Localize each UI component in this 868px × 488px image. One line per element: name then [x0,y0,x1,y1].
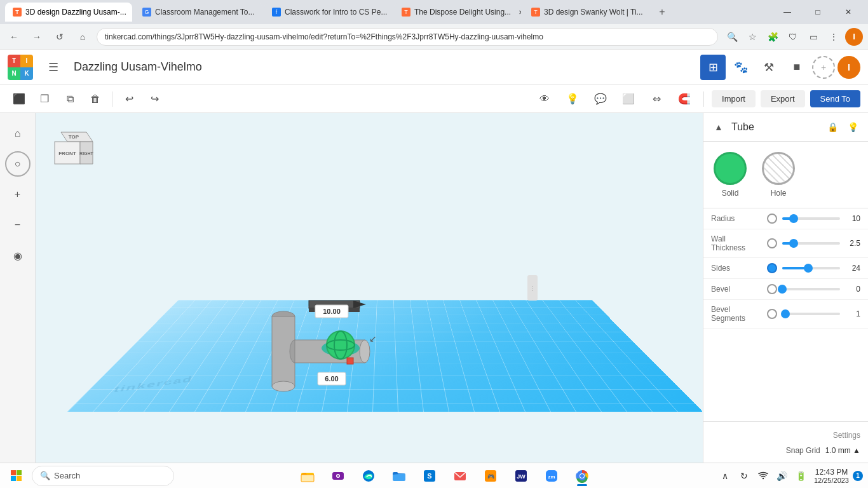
add-collaborator-button[interactable]: + [812,56,835,79]
bookmark-icon[interactable]: ☆ [743,28,761,46]
taskbar-folder[interactable] [385,464,413,487]
sides-circle[interactable] [767,263,777,273]
import-button[interactable]: Import [712,90,756,107]
wall-thickness-slider[interactable] [782,242,840,245]
battery-icon[interactable]: 🔋 [792,467,810,485]
tab-dispose[interactable]: T The Dispose Delight Using... ✕ [394,3,521,22]
close-button[interactable]: ✕ [834,3,863,22]
bevel-slider[interactable] [782,288,840,290]
minimize-button[interactable]: — [773,3,802,22]
sync-icon[interactable]: ↻ [735,467,753,485]
panel-lock-icon[interactable]: 🔒 [825,119,840,135]
wall-thickness-circle[interactable] [767,238,777,248]
lightbulb-icon[interactable]: 💡 [561,88,584,111]
taskbar-store[interactable]: S [416,464,444,487]
undo-button[interactable]: ↩ [118,88,140,111]
system-tray-chevron[interactable]: ∧ [716,467,734,485]
bevel-segments-slider-thumb[interactable] [781,309,790,318]
toolbar-separator-1 [112,92,112,107]
copy-button[interactable]: ❐ [33,88,56,111]
panel-collapse-button[interactable]: ▲ [711,119,726,135]
sides-slider-thumb[interactable] [804,264,813,273]
shield-icon[interactable]: 🛡 [784,28,802,46]
viewport[interactable]: tinkercad TOP FRONT RIGHT [36,113,703,463]
wall-thickness-slider-container [782,242,840,245]
bevel-slider-thumb[interactable] [778,285,787,294]
add-workplane-button[interactable]: ⬛ [8,88,31,111]
radius-circle[interactable] [767,214,777,224]
radius-slider-thumb[interactable] [789,214,798,223]
volume-icon[interactable]: 🔊 [773,467,791,485]
tab-classwork[interactable]: f Classwork for Intro to CS Pe... ✕ [264,3,391,22]
taskbar-video[interactable] [324,464,352,487]
fit-view-button[interactable]: ○ [5,151,31,177]
panel-resize-handle[interactable]: ⋮ [527,275,538,301]
taskbar-edge[interactable] [355,464,383,487]
tools-icon[interactable]: ⚒ [756,55,782,80]
delete-button[interactable]: 🗑 [84,88,107,111]
home-button[interactable]: ⌂ [74,28,92,46]
extensions-icon[interactable]: 🧩 [764,28,782,46]
user-avatar[interactable]: I [837,56,860,79]
taskbar-zm[interactable]: zm [538,464,566,487]
color-icon[interactable]: ■ [784,55,810,80]
svg-rect-21 [11,476,16,481]
taskbar-search-box[interactable]: 🔍 Search [32,466,174,486]
menu-list-icon[interactable]: ☰ [41,55,66,80]
reload-button[interactable]: ↺ [51,28,69,46]
profile-avatar[interactable]: I [845,28,863,46]
url-input[interactable] [97,28,718,46]
export-button[interactable]: Export [761,90,805,107]
radius-slider[interactable] [782,217,840,220]
logo-k: K [20,67,33,80]
menu-dots-icon[interactable]: ⋮ [825,28,843,46]
camera-icon[interactable]: 👁 [533,88,556,111]
tab-close-3[interactable]: ✕ [516,7,521,17]
hole-shape-option[interactable]: Hole [762,152,795,198]
tab-close-1[interactable]: ✕ [260,7,262,17]
align-icon[interactable]: ⇔ [645,88,668,111]
wall-thickness-slider-thumb[interactable] [789,239,798,248]
taskbar-mail[interactable] [446,464,474,487]
tab-close-4[interactable]: ✕ [648,7,651,17]
maximize-button[interactable]: □ [803,3,832,22]
grid-view-icon[interactable]: ⊞ [700,55,726,80]
bevel-circle[interactable] [767,284,777,294]
notification-badge[interactable]: 1 [853,471,863,481]
compass-button[interactable]: ◉ [5,243,31,268]
forward-button[interactable]: → [28,28,46,46]
back-button[interactable]: ← [5,28,23,46]
panel-header: ▲ Tube 🔒 💡 [703,113,868,142]
tab-close-btn[interactable]: ✕ [132,7,132,17]
home-view-button[interactable]: ⌂ [5,121,31,146]
redo-button[interactable]: ↪ [143,88,166,111]
solid-shape-option[interactable]: Solid [714,152,747,198]
sidebar-toggle-icon[interactable]: ▭ [804,28,822,46]
sides-slider[interactable] [782,267,840,269]
duplicate-button[interactable]: ⧉ [58,88,81,111]
tab-swanky[interactable]: T 3D design Swanky Wolt | Ti... ✕ [524,3,651,22]
tab-3d-design-dazzling[interactable]: T 3D design Dazzling Uusam-... ✕ [5,3,132,22]
taskbar-file-explorer[interactable] [294,464,322,487]
bevel-segments-circle[interactable] [767,309,777,319]
speech-bubble-icon[interactable]: 💬 [589,88,612,111]
start-button[interactable] [3,464,31,487]
zoom-in-button[interactable]: + [5,182,31,207]
snap-grid-value[interactable]: 1.0 mm ▲ [825,446,860,455]
panel-visibility-icon[interactable]: 💡 [845,119,860,135]
taskbar-clock[interactable]: 12:43 PM 12/25/2023 [811,468,851,484]
lens-icon[interactable]: 🔍 [723,28,741,46]
wifi-icon[interactable] [754,467,772,485]
send-to-button[interactable]: Send To [810,90,860,107]
taskbar-jw[interactable]: JW [507,464,535,487]
magnet-icon[interactable]: 🧲 [673,88,696,111]
new-tab-button[interactable]: + [653,3,671,21]
taskbar-chrome[interactable] [568,464,596,487]
rounded-square-icon[interactable]: ⬜ [617,88,640,111]
bevel-segments-slider[interactable] [782,313,840,315]
paw-icon[interactable]: 🐾 [728,55,754,80]
taskbar-app1[interactable]: 🎮 [477,464,505,487]
zoom-out-button[interactable]: − [5,212,31,238]
tab-classroom[interactable]: G Classroom Management To... ✕ [135,3,262,22]
tinkercad-logo[interactable]: T I N K [8,55,33,80]
